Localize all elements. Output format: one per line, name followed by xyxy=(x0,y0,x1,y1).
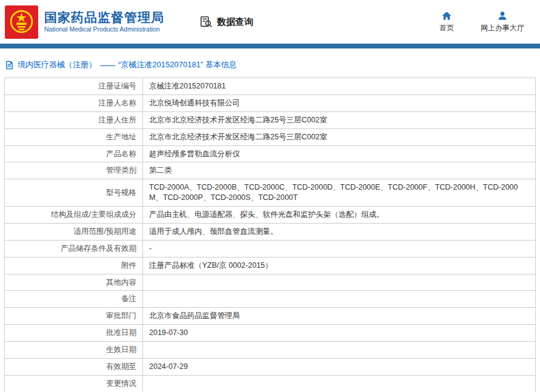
person-icon xyxy=(497,10,508,21)
breadcrumb: 境内医疗器械（注册） —— “京械注准20152070181” 基本信息 xyxy=(0,48,540,78)
brand-logo-group[interactable]: 国家药品监督管理局 National Medical Products Admi… xyxy=(5,5,164,39)
table-row: 注册人名称北京悦琦创通科技有限公司 xyxy=(5,95,536,111)
registration-info-table: 注册证编号京械注准20152070181注册人名称北京悦琦创通科技有限公司注册人… xyxy=(4,78,536,392)
row-label: 注册人名称 xyxy=(5,95,143,111)
org-name-cn: 国家药品监督管理局 xyxy=(44,10,164,24)
table-row: 其他内容 xyxy=(5,274,536,291)
table-row: 管理类别第二类 xyxy=(5,162,536,179)
row-label: 产品名称 xyxy=(5,145,143,162)
header-nav: 首页 网上办事大厅 xyxy=(435,10,529,33)
org-name-en: National Medical Products Administration xyxy=(44,26,164,33)
row-label: 管理类别 xyxy=(5,162,143,179)
data-query-icon xyxy=(199,15,213,28)
row-value xyxy=(143,342,536,359)
nav-service-hall[interactable]: 网上办事大厅 xyxy=(481,10,524,33)
row-value: 北京市北京经济技术开发区经海二路25号三层C002室 xyxy=(143,111,536,128)
table-row: 注册人住所北京市北京经济技术开发区经海二路25号三层C002室 xyxy=(5,111,536,128)
row-value: - xyxy=(143,240,536,257)
row-value: 注册产品标准（YZB/京 0002-2015） xyxy=(143,257,536,274)
table-row: 产品名称超声经颅多普勒血流分析仪 xyxy=(5,145,536,162)
table-row: 有效期至2024-07-29 xyxy=(5,358,536,375)
row-value: 超声经颅多普勒血流分析仪 xyxy=(143,145,536,162)
row-value: 京械注准20152070181 xyxy=(143,78,536,95)
table-row: 变更情况 xyxy=(5,375,536,392)
breadcrumb-separator: —— xyxy=(100,61,115,70)
row-value: 北京悦琦创通科技有限公司 xyxy=(143,95,536,111)
row-label: 批准日期 xyxy=(5,325,143,342)
row-label: 审批部门 xyxy=(5,308,143,325)
row-label: 注册证编号 xyxy=(5,78,143,95)
site-header: 国家药品监督管理局 National Medical Products Admi… xyxy=(0,0,540,44)
row-value: TCD-2000A、TCD-2000B、TCD-2000C、TCD-2000D、… xyxy=(143,179,536,207)
document-icon xyxy=(5,61,14,70)
row-label: 附件 xyxy=(5,257,143,274)
nav-home[interactable]: 首页 xyxy=(435,10,459,33)
row-label: 有效期至 xyxy=(5,358,143,375)
row-label: 备注 xyxy=(5,291,143,308)
table-row: 附件注册产品标准（YZB/京 0002-2015） xyxy=(5,257,536,274)
row-value: 北京市北京经济技术开发区经海二路25号三层C002室 xyxy=(143,128,536,145)
row-label: 注册人住所 xyxy=(5,111,143,128)
table-row: 备注 xyxy=(5,291,536,308)
nav-service-hall-label: 网上办事大厅 xyxy=(481,23,524,33)
row-value xyxy=(143,291,536,308)
table-row: 产品储存条件及有效期- xyxy=(5,240,536,257)
brand-text: 国家药品监督管理局 National Medical Products Admi… xyxy=(44,10,164,33)
page: 国家药品监督管理局 National Medical Products Admi… xyxy=(0,0,540,392)
row-value: 适用于成人颅内、颈部血管血流测量。 xyxy=(143,223,536,240)
breadcrumb-title: “京械注准20152070181” 基本信息 xyxy=(118,59,237,70)
row-value xyxy=(143,274,536,291)
table-row: 结构及组成/主要组成成分产品由主机、电源适配器、探头、软件光盘和监护头架（选配）… xyxy=(5,207,536,224)
row-value: 2024-07-29 xyxy=(143,358,536,375)
row-label: 适用范围/预期用途 xyxy=(5,223,143,240)
row-value: 北京市食品药品监督管理局 xyxy=(143,308,536,325)
table-row: 批准日期2019-07-30 xyxy=(5,325,536,342)
row-label: 其他内容 xyxy=(5,274,143,291)
row-value: 2019-07-30 xyxy=(143,325,536,342)
table-row: 生效日期 xyxy=(5,342,536,359)
data-query-label: 数据查询 xyxy=(217,16,253,28)
breadcrumb-category[interactable]: 境内医疗器械（注册） xyxy=(18,59,96,70)
row-value: 产品由主机、电源适配器、探头、软件光盘和监护头架（选配）组成。 xyxy=(143,207,536,224)
table-row: 注册证编号京械注准20152070181 xyxy=(5,78,536,95)
row-label: 型号规格 xyxy=(5,179,143,207)
nav-home-label: 首页 xyxy=(439,23,454,33)
home-icon xyxy=(441,10,452,21)
table-row: 适用范围/预期用途适用于成人颅内、颈部血管血流测量。 xyxy=(5,223,536,240)
row-label: 产品储存条件及有效期 xyxy=(5,240,143,257)
table-row: 生产地址北京市北京经济技术开发区经海二路25号三层C002室 xyxy=(5,128,536,145)
row-label: 变更情况 xyxy=(5,375,143,392)
row-label: 生效日期 xyxy=(5,342,143,359)
table-row: 型号规格TCD-2000A、TCD-2000B、TCD-2000C、TCD-20… xyxy=(5,179,536,207)
table-row: 审批部门北京市食品药品监督管理局 xyxy=(5,308,536,325)
row-label: 结构及组成/主要组成成分 xyxy=(5,207,143,224)
row-label: 生产地址 xyxy=(5,128,143,145)
row-value xyxy=(143,375,536,392)
nav-data-query[interactable]: 数据查询 xyxy=(199,15,253,28)
national-emblem-icon xyxy=(5,5,38,39)
header-divider-bar xyxy=(0,44,540,48)
row-value: 第二类 xyxy=(143,162,536,179)
